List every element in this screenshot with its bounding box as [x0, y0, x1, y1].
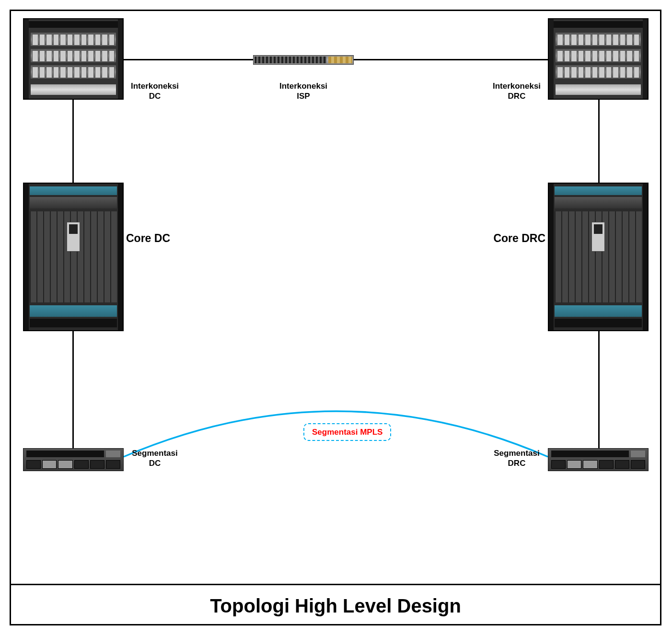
- title-bar: Topologi High Level Design: [11, 585, 660, 627]
- diagram-title: Topologi High Level Design: [210, 595, 461, 617]
- label-segmentasi-drc: Segmentasi DRC: [488, 448, 545, 469]
- device-interkoneksi-dc: [23, 18, 124, 100]
- label-interkoneksi-dc: Interkoneksi DC: [126, 81, 184, 102]
- device-segmentasi-drc: [548, 448, 649, 471]
- diagram-frame: Interkoneksi DC Interkoneksi ISP Interko…: [10, 10, 661, 625]
- device-interkoneksi-drc: [548, 18, 649, 100]
- device-core-dc: [23, 183, 124, 331]
- label-segmentasi-mpls: Segmentasi MPLS: [303, 423, 391, 441]
- device-core-drc: [548, 183, 649, 331]
- label-core-drc: Core DRC: [488, 231, 545, 245]
- label-segmentasi-dc: Segmentasi DC: [126, 448, 184, 469]
- link-interkoneksi-dc-core-dc: [72, 100, 74, 184]
- label-interkoneksi-isp: Interkoneksi ISP: [275, 81, 332, 102]
- link-interkoneksi-drc-core-drc: [598, 100, 600, 184]
- label-core-dc: Core DC: [126, 231, 184, 245]
- diagram-canvas: Interkoneksi DC Interkoneksi ISP Interko…: [11, 11, 660, 585]
- link-core-dc-segmentasi-dc: [72, 330, 74, 450]
- label-interkoneksi-drc: Interkoneksi DRC: [488, 81, 545, 102]
- mpls-box-text: Segmentasi MPLS: [312, 428, 382, 437]
- device-segmentasi-dc: [23, 448, 124, 471]
- device-interkoneksi-isp: [253, 55, 354, 65]
- link-core-drc-segmentasi-drc: [598, 330, 600, 450]
